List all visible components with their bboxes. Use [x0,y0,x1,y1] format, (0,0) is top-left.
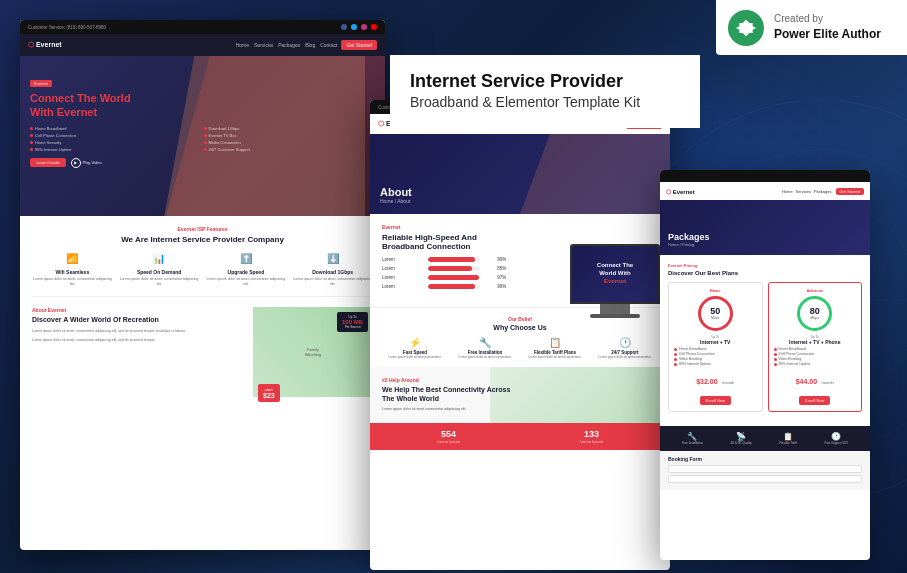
price-badge: start $23 [258,384,280,402]
homepage-hero: Evernet Connect The World With Evernet H… [20,56,385,216]
pkg-foot-tariff-icon: 📋 [779,432,797,441]
nav-links: Home Services Packages Blog Contact [236,42,338,48]
stat-bar-2 [428,266,480,271]
learn-more-btn[interactable]: Learn Details [30,158,66,167]
why-title: Why Choose Us [382,324,658,331]
stat-row-4: Lorem 90% [382,284,506,289]
pkg-price-basic: $32.00 /month [674,370,757,388]
isp-badge: Evernet ISP Features [32,226,373,232]
pkg-foot-support: 🕐 Fast Support 24/7 [824,432,848,445]
hero-title: Connect The World With Evernet [30,91,375,120]
speed-title: Speed On Demand [137,269,181,275]
why-fast-speed: ⚡ Fast Speed Lorem ipsum dolor sit amet … [382,337,448,359]
stat-label-1: Lorem [382,257,422,262]
numbers-section: 554 Lorem Ipsum 133 Lorem Ipsum [370,423,670,450]
pkg-plan-name-basic: Internet + TV [674,339,757,345]
instagram-icon [361,24,367,30]
pkg-feature-4: 99% Internet Uptime [674,362,757,366]
speed-per: Per Second [342,325,363,329]
pkg-foot-quality: 📡 4K & 8K Quality [731,432,752,445]
mockup-packages-page: ⬡ Evernet Home Services Packages Get Sta… [660,170,870,560]
pkg-nav-services: Services [796,189,811,194]
feature-dot [30,127,33,130]
stat-fill-4 [428,284,475,289]
feature-upgrade: ⬆️ Upgrade Speed Lorem ipsum dolor sit a… [206,253,287,286]
number-label-133: Lorem Ipsum [525,439,658,444]
badge-text-block: Created by Power Elite Author [774,12,881,43]
pkg-hero-title: Packages [668,232,862,242]
download-icon: ⬇️ [326,253,340,267]
pkg-logo: ⬡ Evernet [666,188,778,195]
pkg-speed-num-basic: 50 [710,307,720,316]
pkg-form-email[interactable] [668,475,862,483]
pkg-nav-packages: Packages [814,189,832,194]
number-133: 133 Lorem Ipsum [525,429,658,444]
free-install-text: Lorem ipsum dolor sit amet consectetur. [452,355,518,359]
support-text: Lorem ipsum dolor sit amet consectetur. [592,355,658,359]
pkg-hero: Packages Home / Pricing [660,200,870,255]
pkg-plan-features-advance: Home Broadband Cell Phone Connection Vid… [774,347,857,366]
created-by-label: Created by [774,12,881,26]
pkg-booking-title: Booking Form [668,456,862,462]
pkg-feature-adv-1: Home Broadband [774,347,857,351]
number-554: 554 Lorem Ipsum [382,429,515,444]
stat-row-3: Lorem 97% [382,275,506,280]
feature-download: ⬇️ Download 1Gbps Lorem ipsum dolor sit … [292,253,373,286]
why-free-install: 🔧 Free Installation Lorem ipsum dolor si… [452,337,518,359]
pkg-speed-circle-advance: 80 Mbps [797,296,832,331]
pkg-plan-advance-badge: Advance [774,288,857,293]
support-icon: 🕐 [592,337,658,348]
tariff-icon: 📋 [522,337,588,348]
monitor-display: Connect TheWorld WithEvernet [572,246,658,302]
pkg-topbar [660,170,870,182]
mockup-about-page: Customer Service: (810) 890-567-8980 ⬡ E… [370,100,670,570]
stat-bar-1 [428,257,480,262]
help-section: #2 Help Around We Help The Best Connecti… [370,367,670,422]
pkg-speed-circle-basic: 50 Mbps [698,296,733,331]
hero-actions: Learn Details ▶ Play Video [30,158,375,168]
feature-dot [204,134,207,137]
pkg-enroll-btn-advance[interactable]: Enroll Now [799,396,830,405]
feature-dot [774,358,777,361]
about-section: About Evernet Discover A Wider World Of … [20,297,385,407]
youtube-icon [371,24,377,30]
about-hero: About Home / About [370,134,670,214]
feature-dot [204,127,207,130]
number-val-554: 554 [382,429,515,439]
feature-dot [774,348,777,351]
hero-title-line1: Connect The World [30,92,131,104]
pkg-enroll-btn-basic[interactable]: Enroll Now [700,396,731,405]
pkg-nav-cta[interactable]: Get Started [836,188,864,195]
help-text: Lorem ipsum dolor sit amet consectetur a… [382,407,520,412]
pkg-feature-adv-4: 99% Internet Uptime [774,362,857,366]
about-hero-title: About [380,186,412,198]
nav-services: Services [254,42,273,48]
pkg-form-name[interactable] [668,465,862,473]
why-tariff: 📋 Flexible Tariff Plans Lorem ipsum dolo… [522,337,588,359]
why-features-grid: ⚡ Fast Speed Lorem ipsum dolor sit amet … [382,337,658,359]
stat-bar-4 [428,284,480,289]
upgrade-text: Lorem ipsum dolor sit amet, consectetur … [206,277,287,286]
pkg-speed-num-advance: 80 [810,307,820,316]
about-isp-section: Evernet Reliable High-Speed AndBroadband… [370,214,670,307]
nav-blog: Blog [305,42,315,48]
homepage-topbar: Customer Service: (810) 890-567-8980 [20,20,385,34]
play-video-btn[interactable]: ▶ Play Video [71,158,102,168]
feature-dot [30,141,33,144]
pkg-feature-adv-3: Video Bonding [774,357,857,361]
help-badge: #2 Help Around [382,377,520,383]
help-content: #2 Help Around We Help The Best Connecti… [382,377,520,412]
badge-icon [728,10,764,46]
about-hero-content: About Home / About [380,186,412,204]
pkg-breadcrumb: Home / Pricing [668,242,862,247]
about-stats: Lorem 90% Lorem 85% Lorem 97% Lorem 90% [382,257,506,289]
stat-pct-2: 85% [486,266,506,271]
stat-fill-3 [428,275,479,280]
nav-cta[interactable]: Get Started [341,40,377,50]
pkg-cards: Basic 50 Mbps Up To Internet + TV Home B… [668,282,862,412]
feature-dot [674,348,677,351]
feature-home-broadband: Home Broadband [30,126,202,131]
pkg-price-period-basic: /month [722,380,734,385]
nav-home: Home [236,42,249,48]
feature-dot [774,353,777,356]
